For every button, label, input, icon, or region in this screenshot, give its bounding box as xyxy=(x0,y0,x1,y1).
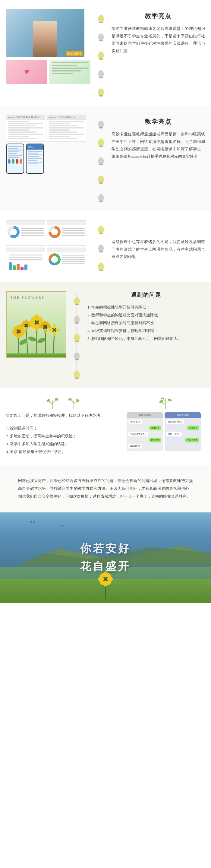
section-3-survey: 网络授课中也存在着诸多的不足，我们通过发放调查问卷的形式了解学生上网课的情况，有… xyxy=(0,211,211,282)
section-2-images: 高速二班 名称+快手账号 三班快手账号(206 xyxy=(6,115,91,174)
chat-msg-9: 明白了老师 xyxy=(185,438,199,442)
chat-msg-2: 老师好！ xyxy=(149,426,161,430)
image-overlay-text: 旅游专业教学 xyxy=(66,51,83,56)
problem-item-2: 2. 教师和学生的沟通相比面对面沟通降低； xyxy=(87,311,205,319)
svg-point-6 xyxy=(28,336,37,343)
chat-msg-8: 很好，今天... xyxy=(166,432,182,436)
twig-right-icon xyxy=(66,397,81,409)
twig-left-icon xyxy=(45,397,60,409)
dashboard-3 xyxy=(6,248,45,273)
section-7-banner: ∧ ∧ ∧ ∧ 你若安好 花自盛开 xyxy=(0,513,211,603)
solution-item-3: 3. 教学中多加入学生感兴趣的话题； xyxy=(6,440,120,448)
donut-chart-1 xyxy=(7,226,20,238)
twig-decoration xyxy=(6,397,120,409)
section-3-text: 网络授课中也存在着诸多的不足，我们通过发放调查问卷的形式了解学生上网课的情况，有… xyxy=(111,238,205,260)
svg-point-7 xyxy=(36,337,46,344)
solution-item-4: 4. 要求 辅导员每天督促学生学习。 xyxy=(6,448,120,456)
bird-1: ∧ ∧ xyxy=(30,520,35,523)
section-5-text-area: 针对以上问题，授课教师积极梳理，找到以下解决办法： 1. 控制授课时间； 2. … xyxy=(6,397,120,456)
dashboard-2 xyxy=(47,220,86,246)
solution-item-2: 2. 多增加互动，提高学生参与的积极性； xyxy=(6,432,120,440)
twig-decoration-2 xyxy=(127,397,205,409)
section-2-text: 高铁专业任课教师孟姗姗老师因是第一次和19级高铁专业学生上课，网络直播中是虚拟名… xyxy=(111,131,205,160)
section-1-text: 旅游专业任课教师郭逢之老师觉得课堂上的理论知识是满足不了学生专业拓展的，于是请来… xyxy=(111,25,205,55)
flowers-svg xyxy=(7,309,66,357)
sub-images-row: ♥ xyxy=(6,60,91,84)
section-1-teaching-highlight: 旅游专业教学 ♥ xyxy=(0,0,211,105)
svg-rect-46 xyxy=(7,355,66,357)
svg-point-41 xyxy=(53,324,56,329)
dashboard-screens xyxy=(6,220,91,273)
svg-line-1 xyxy=(26,327,28,357)
svg-point-43 xyxy=(48,329,53,332)
donut-chart-2 xyxy=(48,226,61,238)
section-4-problems: THE FLOWERS xyxy=(0,282,211,388)
solution-item-1: 1. 控制授课时间； xyxy=(6,424,120,432)
section-3-content: 网络授课中也存在着诸多的不足，我们通过发放调查问卷的形式了解学生上网课的情况，有… xyxy=(111,220,205,260)
problem-item-3: 3. 学生和网络授课的时间坚持时间不长； xyxy=(87,319,205,327)
chat-msg-6: 大家签到了吗？ xyxy=(166,420,184,424)
doc-screen-2: 三班快手账号(206) xyxy=(47,115,86,142)
survey-form-image xyxy=(49,60,91,84)
svg-point-42 xyxy=(53,331,56,336)
phone-screens: 联系人 xyxy=(6,144,91,174)
banner-line-2: 花自盛开 xyxy=(80,559,131,574)
donut-chart-3 xyxy=(48,253,61,266)
problem-item-4: 4. 18级实训课程未安排，影响学习课程； xyxy=(87,327,205,335)
section-2-teaching-highlight: 高速二班 名称+快手账号 三班快手账号(206 xyxy=(0,105,211,211)
bulb-decoration-4 xyxy=(72,291,81,379)
chat-screen-1: 高铁班级群 同学们好！ 老师好！ 今天讲高铁服务... 好的老师 请认真听讲 xyxy=(127,412,163,451)
flowers-image-box: THE FLOWERS xyxy=(6,291,66,358)
teacher-figure xyxy=(33,21,57,57)
banner-line-1: 你若安好 xyxy=(80,541,131,556)
flowers-title-text: THE FLOWERS xyxy=(10,296,45,299)
twig-center-icon xyxy=(158,397,173,409)
chat-msg-7: 已签到！ xyxy=(187,426,199,430)
chat-screens-container: 高铁班级群 同学们好！ 老师好！ 今天讲高铁服务... 好的老师 请认真听讲 旅… xyxy=(127,412,205,451)
problem-item-5: 5. 教师团队偏年轻化，本身经验不足，网课困难加大。 xyxy=(87,335,205,343)
section-1-content: 教学亮点 旅游专业任课教师郭逢之老师觉得课堂上的理论知识是满足不了学生专业拓展的… xyxy=(111,9,205,55)
dashboard-1 xyxy=(6,220,45,246)
section-5-chat-images: 高铁班级群 同学们好！ 老师好！ 今天讲高铁服务... 好的老师 请认真听讲 旅… xyxy=(127,397,205,451)
problems-list: 1. 学生的积极性较刚开始时有降低； 2. 教师和学生的沟通相比面对面沟通降低；… xyxy=(87,303,205,343)
problem-item-1: 1. 学生的积极性较刚开始时有降低； xyxy=(87,303,205,311)
phone-screen-1 xyxy=(6,144,24,174)
flowers-container: THE FLOWERS xyxy=(6,291,66,358)
section-4-content: 遇到的问题 1. 学生的积极性较刚开始时有降低； 2. 教师和学生的沟通相比面对… xyxy=(87,291,205,343)
chat-msg-3: 今天讲高铁服务... xyxy=(128,432,148,436)
doc-screen-1: 高速二班 名称+快手账号 xyxy=(6,115,45,142)
chat-header-1: 高铁班级群 xyxy=(127,412,163,418)
solutions-intro-text: 针对以上问题，授课教师积极梳理，找到以下解决办法： xyxy=(6,412,120,420)
conclusion-text: 网课已接近尾声，尽管已经结合多方去解决存在的问题，但还会有新的问题出现，还需要教… xyxy=(18,477,193,500)
svg-point-63 xyxy=(161,397,165,400)
chat-screen-2: 旅游专业群 大家签到了吗？ 已签到！ 很好，今天... 明白了老师 xyxy=(165,412,201,451)
section-6-conclusion: 网课已接近尾声，尽管已经结合多方去解决存在的问题，但还会有新的问题出现，还需要教… xyxy=(0,465,211,513)
section-5-solutions: 针对以上问题，授课教师积极梳理，找到以下解决办法： 1. 控制授课时间； 2. … xyxy=(0,388,211,465)
problems-title: 遇到的问题 xyxy=(87,291,205,299)
bulb-decoration-2 xyxy=(97,115,106,202)
svg-point-35 xyxy=(44,329,47,333)
svg-point-19 xyxy=(25,327,28,332)
section-2-title: 教学亮点 xyxy=(111,118,205,126)
heart-icon: ♥ xyxy=(24,67,29,76)
teacher-photo: 旅游专业教学 xyxy=(6,9,84,57)
document-screens: 高速二班 名称+快手账号 三班快手账号(206 xyxy=(6,115,91,142)
bulb-decoration-3 xyxy=(97,220,106,271)
section-3-images xyxy=(6,220,91,273)
chat-msg-1: 同学们好！ xyxy=(128,420,142,424)
svg-point-44 xyxy=(56,329,60,332)
solutions-list: 1. 控制授课时间； 2. 多增加互动，提高学生参与的积极性； 3. 教学中多加… xyxy=(6,424,120,456)
section-1-title: 教学亮点 xyxy=(111,12,205,20)
banner-text-container: 你若安好 花自盛开 xyxy=(74,535,137,580)
dashboard-4 xyxy=(47,248,86,273)
chat-msg-4: 好的老师 xyxy=(149,438,161,442)
phone-screen-2: 联系人 xyxy=(26,144,44,174)
section-2-content: 教学亮点 高铁专业任课教师孟姗姗老师因是第一次和19级高铁专业学生上课，网络直播… xyxy=(111,115,205,160)
bird-2: ∧ ∧ xyxy=(60,525,65,527)
chat-msg-5: 请认真听讲 xyxy=(128,444,142,448)
chat-header-2: 旅游专业群 xyxy=(165,412,201,418)
survey-image: ♥ xyxy=(6,60,47,84)
bulb-decoration-1 xyxy=(97,9,106,96)
section-1-images: 旅游专业教学 ♥ xyxy=(6,9,91,84)
